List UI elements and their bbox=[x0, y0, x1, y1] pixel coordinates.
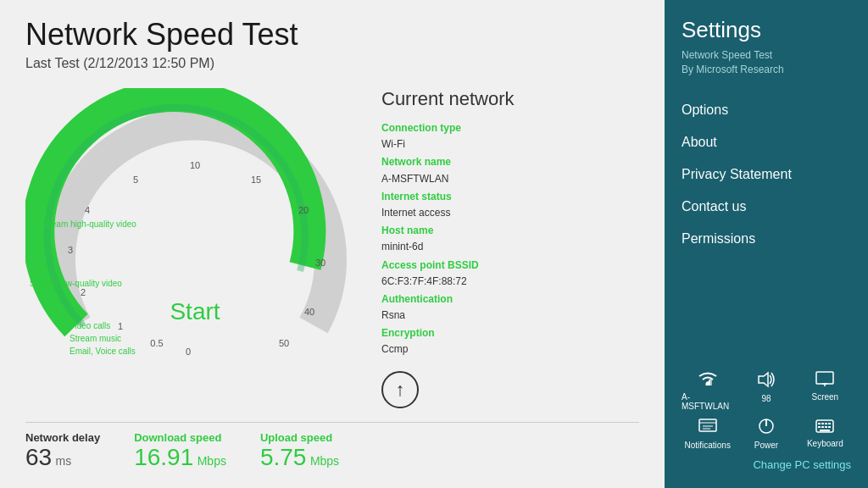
svg-rect-30 bbox=[821, 423, 824, 424]
svg-text:1: 1 bbox=[118, 321, 123, 331]
svg-text:10: 10 bbox=[190, 160, 200, 170]
tray-screen[interactable]: Screen bbox=[799, 371, 851, 411]
svg-rect-19 bbox=[816, 372, 833, 384]
tray-wifi[interactable]: A-MSFTWLAN bbox=[682, 371, 733, 411]
field-label-6: Encryption bbox=[381, 325, 639, 341]
tray-notifications-label: Notifications bbox=[684, 441, 730, 450]
download-speed-label: Download speed bbox=[134, 431, 226, 444]
svg-rect-14 bbox=[705, 383, 707, 385]
svg-rect-34 bbox=[821, 426, 824, 428]
settings-title: Settings bbox=[682, 17, 851, 43]
field-value-5: Rsna bbox=[381, 308, 639, 324]
field-value-2: Internet access bbox=[381, 205, 639, 221]
network-fields: Connection type Wi-Fi Network name A-MSF… bbox=[381, 120, 639, 358]
tray-notifications[interactable]: Notifications bbox=[682, 418, 733, 450]
label-video-calls: Video calls bbox=[70, 321, 110, 330]
volume-icon bbox=[757, 371, 776, 392]
svg-rect-16 bbox=[709, 380, 710, 385]
svg-text:5: 5 bbox=[133, 175, 138, 185]
svg-text:20: 20 bbox=[298, 205, 309, 215]
svg-text:0: 0 bbox=[186, 347, 191, 357]
field-label-1: Network name bbox=[381, 154, 639, 170]
change-pc-settings[interactable]: Change PC settings bbox=[682, 458, 851, 471]
current-network-title: Current network bbox=[381, 88, 639, 110]
settings-subtitle-line2: By Microsoft Research bbox=[682, 63, 851, 77]
settings-subtitle-line1: Network Speed Test bbox=[682, 48, 851, 63]
screen-icon bbox=[815, 371, 834, 391]
stat-network-delay: Network delay 63 ms bbox=[25, 431, 100, 471]
upload-speed-unit: Mbps bbox=[310, 454, 339, 468]
svg-text:3: 3 bbox=[68, 245, 73, 255]
stat-download-speed: Download speed 16.91 Mbps bbox=[134, 431, 226, 471]
stats-bar: Network delay 63 ms Download speed 16.91… bbox=[25, 422, 639, 471]
upload-arrow-icon: ↑ bbox=[396, 379, 405, 401]
settings-panel: Settings Network Speed Test By Microsoft… bbox=[665, 0, 868, 488]
keyboard-icon bbox=[815, 418, 834, 437]
network-info: Current network Connection type Wi-Fi Ne… bbox=[364, 88, 639, 422]
tray-keyboard[interactable]: Keyboard bbox=[799, 418, 851, 450]
svg-text:15: 15 bbox=[251, 175, 261, 185]
svg-rect-15 bbox=[707, 381, 709, 385]
network-delay-value: 63 bbox=[25, 444, 52, 470]
field-label-3: Host name bbox=[381, 223, 639, 239]
svg-text:0.5: 0.5 bbox=[150, 338, 163, 348]
svg-rect-33 bbox=[818, 426, 821, 428]
tray-volume[interactable]: 98 bbox=[740, 371, 792, 411]
upload-speed-label: Upload speed bbox=[260, 431, 339, 444]
main-content: Network Speed Test Last Test (2/12/2013 … bbox=[0, 0, 665, 488]
speed-section: 0 0.5 1 2 3 4 5 10 15 20 30 bbox=[25, 88, 639, 422]
label-stream-hq: Stream high-quality video bbox=[41, 219, 136, 229]
menu-item-permissions[interactable]: Permissions bbox=[682, 223, 851, 255]
menu-item-contact[interactable]: Contact us bbox=[682, 191, 851, 223]
svg-rect-32 bbox=[828, 423, 831, 424]
field-value-0: Wi-Fi bbox=[381, 136, 639, 152]
svg-rect-29 bbox=[818, 423, 821, 424]
svg-text:30: 30 bbox=[315, 258, 326, 268]
notifications-icon bbox=[698, 418, 717, 439]
last-test: Last Test (2/12/2013 12:50 PM) bbox=[25, 56, 639, 71]
svg-rect-35 bbox=[825, 426, 827, 428]
label-stream-lq: Stream low-quality video bbox=[30, 279, 122, 288]
download-speed-unit: Mbps bbox=[198, 454, 226, 468]
field-label-0: Connection type bbox=[381, 120, 639, 136]
network-delay-unit: ms bbox=[56, 454, 72, 468]
label-email-voice: Email, Voice calls bbox=[70, 347, 136, 356]
menu-item-privacy[interactable]: Privacy Statement bbox=[682, 158, 851, 191]
field-value-3: minint-6d bbox=[381, 239, 639, 255]
svg-rect-37 bbox=[820, 430, 830, 431]
power-icon bbox=[758, 418, 775, 439]
app-title: Network Speed Test bbox=[25, 17, 639, 53]
svg-text:4: 4 bbox=[85, 205, 90, 215]
svg-rect-17 bbox=[710, 378, 712, 385]
upload-speed-value: 5.75 bbox=[260, 444, 307, 470]
upload-icon: ↑ bbox=[381, 371, 419, 408]
svg-rect-31 bbox=[825, 423, 827, 424]
svg-rect-36 bbox=[828, 426, 831, 428]
tray-screen-label: Screen bbox=[811, 392, 838, 402]
field-value-6: Ccmp bbox=[381, 341, 639, 358]
field-value-1: A-MSFTWLAN bbox=[381, 171, 639, 187]
menu-item-options[interactable]: Options bbox=[682, 94, 851, 126]
svg-marker-18 bbox=[759, 373, 768, 386]
system-tray: A-MSFTWLAN 98 Screen bbox=[682, 371, 851, 450]
field-label-2: Internet status bbox=[381, 189, 639, 205]
tray-volume-label: 98 bbox=[761, 394, 771, 403]
tray-power[interactable]: Power bbox=[740, 418, 792, 450]
network-delay-label: Network delay bbox=[25, 431, 100, 444]
settings-subtitle: Network Speed Test By Microsoft Research bbox=[682, 48, 851, 77]
download-speed-value: 16.91 bbox=[134, 444, 193, 470]
stat-upload-speed: Upload speed 5.75 Mbps bbox=[260, 431, 339, 471]
svg-rect-22 bbox=[699, 419, 716, 431]
field-label-4: Access point BSSID bbox=[381, 258, 639, 274]
menu-item-about[interactable]: About bbox=[682, 126, 851, 158]
field-label-5: Authentication bbox=[381, 291, 639, 308]
svg-text:50: 50 bbox=[279, 338, 289, 348]
tray-wifi-label: A-MSFTWLAN bbox=[682, 392, 733, 411]
field-value-4: 6C:F3:7F:4F:88:72 bbox=[381, 274, 639, 290]
start-button[interactable]: Start bbox=[170, 298, 220, 325]
svg-text:2: 2 bbox=[81, 287, 86, 297]
settings-menu: Options About Privacy Statement Contact … bbox=[682, 94, 851, 363]
gauge-container: 0 0.5 1 2 3 4 5 10 15 20 30 bbox=[25, 88, 364, 376]
tray-power-label: Power bbox=[754, 441, 778, 450]
wifi-icon bbox=[698, 371, 717, 391]
